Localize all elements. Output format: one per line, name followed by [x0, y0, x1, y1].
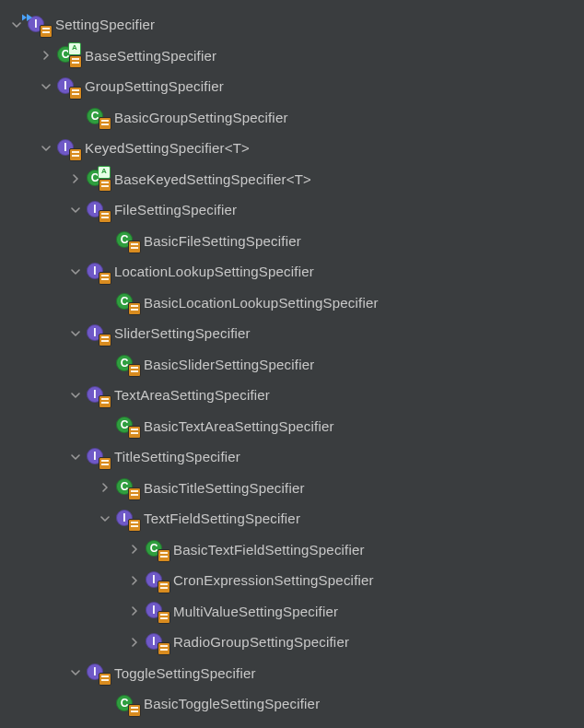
- tree-row[interactable]: SettingSpecifier: [7, 9, 584, 41]
- tree-row[interactable]: TextFieldSettingSpecifier: [7, 503, 584, 534]
- type-label: TitleSettingSpecifier: [114, 449, 240, 464]
- tree-row[interactable]: BasicFileSettingSpecifier: [7, 226, 584, 257]
- tree-row[interactable]: BasicTitleSettingSpecifier: [7, 473, 584, 504]
- chevron-right-icon[interactable]: [66, 170, 85, 188]
- runnable-badge-icon: [22, 10, 33, 26]
- type-label: BasicLocationLookupSettingSpecifier: [144, 295, 379, 311]
- type-label: BasicToggleSettingSpecifier: [144, 696, 320, 711]
- class-icon: [116, 230, 138, 251]
- type-label: CronExpressionSettingSpecifier: [173, 572, 374, 588]
- tree-row[interactable]: BasicSliderSettingSpecifier: [7, 349, 584, 381]
- type-label: SettingSpecifier: [55, 17, 155, 32]
- chevron-down-icon[interactable]: [66, 448, 85, 466]
- java-file-badge-icon: [99, 457, 111, 470]
- java-file-badge-icon: [128, 364, 141, 377]
- chevron-down-icon[interactable]: [37, 77, 55, 96]
- java-file-badge-icon: [99, 395, 111, 408]
- interface-icon: [87, 663, 109, 683]
- java-file-badge-icon: [158, 549, 170, 562]
- chevron-right-icon[interactable]: [37, 46, 55, 65]
- type-label: LocationLookupSettingSpecifier: [114, 264, 314, 279]
- tree-row[interactable]: FileSettingSpecifier: [7, 194, 584, 226]
- tree-row[interactable]: SliderSettingSpecifier: [7, 318, 584, 349]
- interface-icon: [87, 323, 109, 344]
- chevron-right-icon[interactable]: [125, 571, 144, 590]
- type-label: BaseSettingSpecifier: [85, 48, 216, 64]
- class-icon: [87, 107, 109, 127]
- chevron-right-icon[interactable]: [125, 633, 144, 652]
- java-file-badge-icon: [99, 334, 111, 346]
- tree-row[interactable]: KeyedSettingSpecifier<T>: [7, 133, 584, 164]
- chevron-down-icon[interactable]: [66, 324, 85, 343]
- interface-icon: [87, 200, 109, 220]
- tree-row[interactable]: ToggleSettingSpecifier: [7, 658, 584, 689]
- class-icon: [116, 354, 138, 374]
- java-file-badge-icon: [158, 642, 170, 655]
- chevron-right-icon[interactable]: [125, 540, 144, 558]
- interface-icon: [87, 385, 109, 405]
- type-label: KeyedSettingSpecifier<T>: [85, 140, 250, 156]
- java-file-badge-icon: [128, 302, 141, 315]
- tree-row[interactable]: BasicGroupSettingSpecifier: [7, 102, 584, 134]
- type-label: BasicGroupSettingSpecifier: [114, 110, 288, 125]
- tree-row[interactable]: RadioGroupSettingSpecifier: [7, 627, 584, 658]
- java-file-badge-icon: [128, 426, 141, 439]
- type-label: BasicTextFieldSettingSpecifier: [173, 542, 365, 558]
- java-file-badge-icon: [158, 611, 170, 624]
- abstract-badge-icon: A: [98, 166, 111, 179]
- java-file-badge-icon: [99, 117, 111, 130]
- java-file-badge-icon: [69, 55, 82, 68]
- java-file-badge-icon: [128, 704, 141, 717]
- interface-icon: [57, 138, 79, 159]
- abstract-badge-icon: A: [68, 42, 81, 55]
- class-icon: [116, 292, 138, 312]
- class-icon: [116, 416, 138, 436]
- type-label: SliderSettingSpecifier: [114, 325, 251, 341]
- interface-icon: [57, 76, 79, 97]
- chevron-down-icon[interactable]: [66, 663, 85, 682]
- java-file-badge-icon: [99, 210, 111, 223]
- class-icon: A: [57, 45, 79, 65]
- chevron-right-icon[interactable]: [125, 602, 144, 620]
- java-file-badge-icon: [99, 272, 111, 285]
- interface-icon: [146, 570, 168, 591]
- tree-row[interactable]: TitleSettingSpecifier: [7, 441, 584, 473]
- type-hierarchy-tree: SettingSpecifierABaseSettingSpecifierGro…: [0, 0, 584, 720]
- type-label: BasicFileSettingSpecifier: [144, 233, 301, 249]
- type-label: FileSettingSpecifier: [114, 202, 237, 217]
- tree-row[interactable]: TextAreaSettingSpecifier: [7, 380, 584, 411]
- java-file-badge-icon: [99, 179, 111, 192]
- java-file-badge-icon: [128, 241, 141, 253]
- interface-icon: [28, 15, 50, 35]
- java-file-badge-icon: [69, 87, 82, 100]
- tree-row[interactable]: LocationLookupSettingSpecifier: [7, 256, 584, 288]
- chevron-down-icon[interactable]: [66, 386, 85, 405]
- java-file-badge-icon: [69, 148, 82, 161]
- tree-row[interactable]: ABaseSettingSpecifier: [7, 41, 584, 72]
- interface-icon: [146, 632, 168, 652]
- chevron-right-icon[interactable]: [96, 478, 114, 497]
- interface-icon: [116, 509, 138, 529]
- chevron-down-icon[interactable]: [96, 510, 114, 528]
- java-file-badge-icon: [158, 581, 170, 593]
- tree-row[interactable]: BasicTextFieldSettingSpecifier: [7, 534, 584, 566]
- type-label: TextFieldSettingSpecifier: [144, 511, 300, 526]
- tree-row[interactable]: CronExpressionSettingSpecifier: [7, 565, 584, 596]
- class-icon: A: [87, 169, 109, 189]
- chevron-down-icon[interactable]: [37, 139, 55, 158]
- type-label: BasicSliderSettingSpecifier: [144, 357, 315, 372]
- interface-icon: [87, 447, 109, 467]
- class-icon: [146, 539, 168, 559]
- chevron-down-icon[interactable]: [66, 263, 85, 281]
- chevron-down-icon[interactable]: [66, 201, 85, 219]
- tree-row[interactable]: BasicLocationLookupSettingSpecifier: [7, 288, 584, 319]
- tree-row[interactable]: BasicTextAreaSettingSpecifier: [7, 411, 584, 442]
- tree-row[interactable]: BasicToggleSettingSpecifier: [7, 688, 584, 720]
- java-file-badge-icon: [128, 487, 141, 500]
- tree-row[interactable]: ABaseKeyedSettingSpecifier<T>: [7, 164, 584, 195]
- type-label: BaseKeyedSettingSpecifier<T>: [114, 171, 311, 187]
- tree-row[interactable]: GroupSettingSpecifier: [7, 71, 584, 102]
- class-icon: [116, 694, 138, 714]
- tree-row[interactable]: MultiValueSettingSpecifier: [7, 596, 584, 628]
- type-label: RadioGroupSettingSpecifier: [173, 634, 349, 650]
